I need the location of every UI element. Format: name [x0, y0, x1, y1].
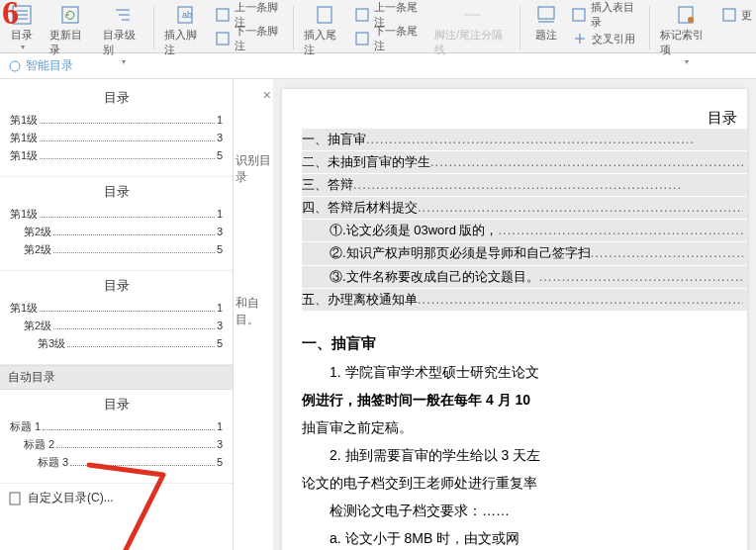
- doc-toc-row: 五、办理离校通知单...............................…: [302, 289, 747, 311]
- svg-rect-16: [538, 7, 554, 19]
- paragraph: 2. 抽到需要盲审的学生给以 3 天左: [302, 441, 747, 469]
- upd-idx-label: 更: [741, 8, 752, 23]
- prev-endnote-button[interactable]: 上一条尾注: [351, 4, 428, 26]
- cross-ref-label: 交叉引用: [592, 32, 635, 46]
- paragraph: 论文的电子档交到王老师处进行重复率: [302, 469, 747, 497]
- refresh-icon: [59, 4, 81, 26]
- prev-icon: [216, 7, 231, 23]
- toc-level-label: 目录级别: [103, 28, 144, 57]
- hint-line: 目。: [236, 312, 271, 328]
- doc-toc-row: ②.知识产权声明那页必须是导师和自己签字扫...................…: [302, 242, 747, 264]
- doc-toc-row: 一、抽盲审...................................…: [302, 129, 747, 150]
- ribbon-toolbar: 目录▾ 更新目录 目录级别▾ ab 插入脚注 上一条脚注 下一条脚注 插入尾注 …: [0, 0, 756, 53]
- sep-icon: [461, 4, 483, 26]
- close-button[interactable]: ×: [263, 87, 271, 103]
- paragraph: 1. 学院盲审学术型硕士研究生论文: [302, 358, 747, 386]
- doc-toc-row: ①.论文必须是 03word 版的，......................…: [302, 220, 747, 241]
- hint-line: 和自: [236, 295, 271, 312]
- separator: [520, 6, 520, 49]
- insert-footnote-button[interactable]: ab 插入脚注: [158, 2, 212, 51]
- toc-preset-1[interactable]: 目录 第1级1 第1级3 第1级5: [0, 83, 233, 177]
- level-icon: [112, 4, 134, 26]
- insert-endnote-button[interactable]: 插入尾注: [298, 2, 351, 51]
- update-index-button[interactable]: 更: [717, 4, 756, 26]
- footnote-icon: ab: [174, 4, 196, 26]
- gallery-group-auto: 自动目录: [0, 365, 233, 390]
- update-toc-label: 更新目录: [49, 28, 91, 57]
- svg-rect-21: [723, 9, 735, 21]
- svg-point-20: [688, 17, 694, 23]
- toc-icon: [11, 4, 33, 26]
- paragraph: 抽盲审之前定稿。: [302, 413, 747, 441]
- index-icon: [675, 4, 697, 26]
- hint-line: 识别目录: [236, 152, 271, 186]
- custom-toc-menu[interactable]: 自定义目录(C)...: [0, 484, 233, 512]
- update-toc-button[interactable]: 更新目录: [44, 2, 97, 51]
- document-page: 目录 一、抽盲审................................…: [282, 89, 747, 550]
- svg-rect-12: [318, 7, 331, 23]
- toc-gallery-panel: 目录 第1级1 第1级3 第1级5 目录 第1级1 第2级3 第2级5 目录 第…: [0, 79, 234, 550]
- svg-rect-23: [10, 493, 20, 504]
- crossref-icon: [572, 31, 588, 46]
- toc-dropdown-button[interactable]: 目录▾: [0, 2, 44, 51]
- separator: [293, 6, 294, 49]
- paragraph: 检测论文电子档交要求：……: [302, 497, 747, 524]
- fig-toc-label: 插入表目录: [591, 0, 641, 30]
- doc-icon: [8, 492, 22, 505]
- svg-rect-18: [573, 9, 585, 21]
- svg-rect-13: [356, 9, 368, 21]
- fn-sep-label: 脚注/尾注分隔线: [434, 28, 510, 57]
- next-footnote-button[interactable]: 下一条脚注: [212, 28, 289, 49]
- svg-point-22: [10, 61, 20, 71]
- toc-line-label: 第1级: [10, 113, 38, 128]
- svg-rect-4: [62, 7, 78, 23]
- next-icon: [216, 31, 231, 46]
- heading: 一、抽盲审: [302, 328, 747, 358]
- paragraph: a. 论文小于 8MB 时，由文或网: [302, 524, 747, 550]
- separator: [649, 6, 650, 49]
- toc-level-button[interactable]: 目录级别▾: [97, 2, 150, 51]
- next-endnote-label: 下一条尾注: [374, 24, 425, 53]
- cross-ref-button[interactable]: 交叉引用: [568, 28, 645, 49]
- page-toc-title: 目录: [708, 109, 737, 126]
- insert-endnote-label: 插入尾注: [304, 28, 345, 57]
- svg-text:ab: ab: [182, 10, 192, 20]
- figtoc-icon: [572, 7, 587, 23]
- insert-fig-toc-button[interactable]: 插入表目录: [568, 4, 645, 26]
- doc-toc-row: 四、答辩后材料提交...............................…: [302, 197, 747, 219]
- caption-icon: [535, 4, 557, 26]
- cloud-icon: [8, 59, 22, 73]
- toc-line-page: 1: [217, 114, 223, 126]
- next-icon: [355, 31, 370, 46]
- paragraph: 例进行，抽签时间一般在每年 4 月 10: [302, 392, 530, 408]
- doc-toc-row: 二、未抽到盲审的学生..............................…: [302, 151, 747, 173]
- hint-pane: × 识别目录 和自 目。: [234, 79, 273, 550]
- mark-index-label: 标记索引项: [660, 28, 711, 57]
- svg-rect-14: [356, 33, 368, 45]
- toc-preset-2[interactable]: 目录 第1级1 第2级3 第2级5: [0, 177, 233, 271]
- svg-rect-11: [217, 33, 229, 45]
- separator: [153, 6, 154, 49]
- prev-footnote-button[interactable]: 上一条脚注: [212, 4, 289, 26]
- prev-icon: [355, 7, 370, 23]
- toc-preset-auto[interactable]: 目录 标题 11 标题 23 标题 35: [0, 390, 233, 484]
- doc-toc-row: ③.文件名称要改成自己的论文题目。.......................…: [302, 266, 747, 288]
- custom-toc-label: 自定义目录(C)...: [28, 490, 114, 506]
- toc-preset-3[interactable]: 目录 第1级1 第2级3 第3级5: [0, 271, 233, 365]
- insert-footnote-label: 插入脚注: [164, 28, 206, 57]
- toc-label: 目录: [11, 28, 33, 43]
- smart-toc-label: 智能目录: [26, 57, 73, 74]
- main-area: 目录 第1级1 第1级3 第1级5 目录 第1级1 第2级3 第2级5 目录 第…: [0, 79, 756, 550]
- footnote-separator-button[interactable]: 脚注/尾注分隔线: [428, 2, 516, 51]
- document-viewport[interactable]: 目录 一、抽盲审................................…: [273, 79, 756, 550]
- caption-label: 题注: [535, 28, 557, 43]
- endnote-icon: [314, 4, 335, 26]
- mark-index-button[interactable]: 标记索引项▾: [654, 2, 717, 51]
- toc-preset-title: 目录: [10, 89, 223, 107]
- next-footnote-label: 下一条脚注: [235, 24, 285, 53]
- upd-icon: [721, 7, 737, 23]
- caption-button[interactable]: 题注: [524, 2, 568, 51]
- svg-rect-10: [217, 9, 229, 21]
- next-endnote-button[interactable]: 下一条尾注: [351, 28, 428, 49]
- doc-toc-row: 三、答辩....................................…: [302, 174, 747, 196]
